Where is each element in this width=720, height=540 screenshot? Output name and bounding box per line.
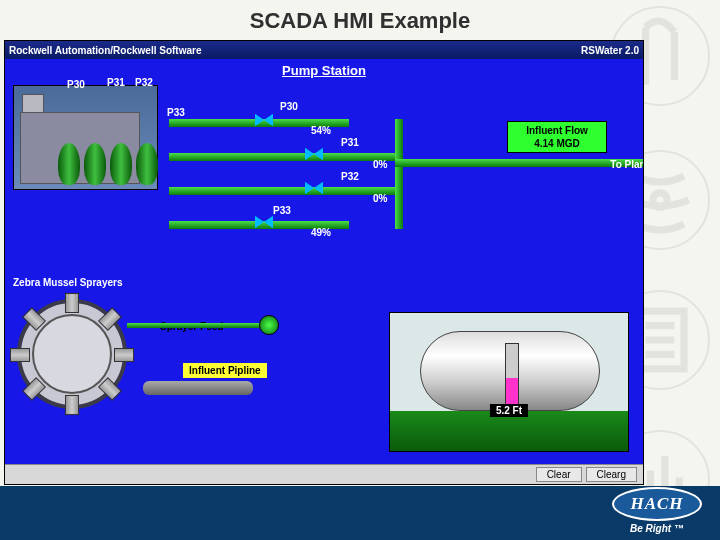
- line-label: P32: [341, 171, 359, 182]
- pipe-outlet: [395, 159, 643, 167]
- pipe-p31: [169, 153, 399, 161]
- svg-point-0: [653, 193, 667, 207]
- valve-p30[interactable]: [255, 113, 273, 127]
- svg-marker-6: [305, 182, 314, 195]
- svg-marker-9: [264, 216, 273, 229]
- pump-label: P33: [167, 107, 185, 118]
- svg-marker-3: [264, 114, 273, 127]
- valve-p31[interactable]: [305, 147, 323, 161]
- slide-title: SCADA HMI Example: [0, 0, 720, 38]
- nozzle-icon: [65, 395, 79, 415]
- tank-level-gauge: [505, 343, 519, 407]
- influent-pipeline-label: Influent Pipline: [183, 363, 267, 378]
- line-pct: 49%: [311, 227, 331, 238]
- line-pct: 0%: [373, 159, 387, 170]
- sprayer-ring[interactable]: [17, 299, 127, 409]
- to-plant-label: To Plant: [610, 159, 643, 170]
- influent-pipeline-icon: [143, 381, 253, 395]
- sprayer-feed-valve[interactable]: [259, 315, 279, 335]
- pump-label: P31: [107, 77, 125, 88]
- clearg-button[interactable]: Clearg: [586, 467, 637, 482]
- brand-tagline: Be Right ™: [612, 523, 702, 534]
- pipe-sprayer-feed: [127, 323, 267, 328]
- svg-marker-5: [314, 148, 323, 161]
- slide-footer: HACH Be Right ™: [0, 486, 720, 540]
- pump-label: P32: [135, 77, 153, 88]
- scada-window: Rockwell Automation/Rockwell Software RS…: [4, 40, 644, 485]
- station-title: Pump Station: [282, 63, 366, 78]
- svg-marker-4: [305, 148, 314, 161]
- brand-logo: HACH Be Right ™: [612, 487, 702, 534]
- valve-p32[interactable]: [305, 181, 323, 195]
- svg-marker-2: [255, 114, 264, 127]
- flow-value: 4.14 MGD: [508, 137, 606, 150]
- line-pct: 0%: [373, 193, 387, 204]
- clear-button[interactable]: Clear: [536, 467, 582, 482]
- hmi-canvas: Pump Station P30 P31 P32 P33 P30 54% P31…: [5, 59, 643, 466]
- valve-p33[interactable]: [255, 215, 273, 229]
- line-label: P31: [341, 137, 359, 148]
- svg-marker-8: [255, 216, 264, 229]
- titlebar-right: RSWater 2.0: [581, 45, 639, 56]
- line-label: P30: [280, 101, 298, 112]
- line-pct: 54%: [311, 125, 331, 136]
- svg-marker-7: [314, 182, 323, 195]
- flow-title: Influent Flow: [508, 124, 606, 137]
- pump-p32-icon[interactable]: [110, 143, 132, 185]
- pipe-manifold: [395, 119, 403, 229]
- tank-level-readout: 5.2 Ft: [490, 404, 528, 417]
- pump-station-graphic[interactable]: [13, 85, 158, 190]
- pump-p31-icon[interactable]: [84, 143, 106, 185]
- window-titlebar: Rockwell Automation/Rockwell Software RS…: [5, 41, 643, 59]
- window-bottombar: Clear Clearg: [5, 464, 643, 484]
- zebra-title: Zebra Mussel Sprayers: [13, 277, 123, 288]
- titlebar-left: Rockwell Automation/Rockwell Software: [9, 45, 201, 56]
- nozzle-icon: [65, 293, 79, 313]
- pipe-p32: [169, 187, 399, 195]
- pump-label: P30: [67, 79, 85, 90]
- nozzle-icon: [114, 348, 134, 362]
- pump-p33-icon[interactable]: [136, 143, 158, 185]
- pump-p30-icon[interactable]: [58, 143, 80, 185]
- nozzle-icon: [10, 348, 30, 362]
- line-label: P33: [273, 205, 291, 216]
- influent-flow-readout[interactable]: Influent Flow 4.14 MGD: [507, 121, 607, 153]
- brand-name: HACH: [612, 487, 702, 521]
- tank-scene[interactable]: 5.2 Ft: [389, 312, 629, 452]
